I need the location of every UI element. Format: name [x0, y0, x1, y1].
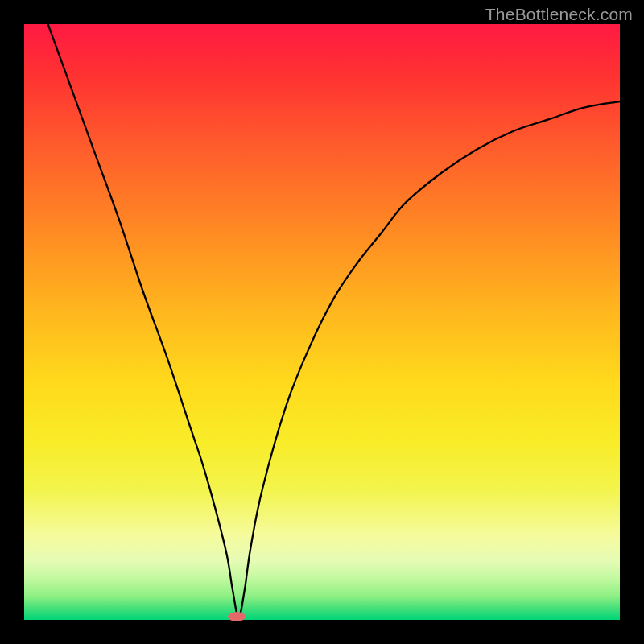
- chart-frame: TheBottleneck.com: [0, 0, 644, 644]
- plot-area: [24, 24, 620, 620]
- watermark-text: TheBottleneck.com: [485, 5, 633, 24]
- curve-path: [48, 24, 620, 617]
- minimum-marker: [228, 612, 246, 621]
- curve-svg: [24, 24, 620, 620]
